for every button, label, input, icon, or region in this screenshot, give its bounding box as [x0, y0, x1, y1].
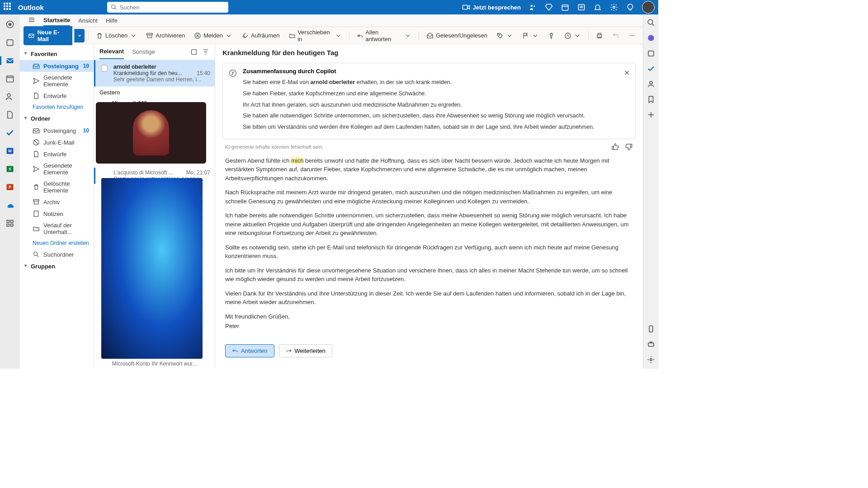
rail-day-icon[interactable]	[3, 35, 17, 50]
rail-powerpoint-icon[interactable]: P	[3, 180, 17, 194]
thumbs-down-icon[interactable]	[625, 143, 633, 151]
readunread-button[interactable]: Gelesen/Ungelesen	[423, 30, 491, 41]
new-mail-button[interactable]: Neue E-Mail	[24, 26, 72, 45]
calendar-day-icon[interactable]	[561, 3, 570, 12]
rail-files-icon[interactable]	[3, 108, 17, 122]
folder-inbox[interactable]: Posteingang10	[20, 60, 94, 72]
snooze-button[interactable]	[561, 30, 585, 41]
message-item-partial[interactable]: Microsoft-Konto Ihr Kennwort wur...	[94, 359, 215, 369]
close-icon[interactable]: ✕	[624, 69, 630, 77]
rail-word-icon[interactable]: W	[3, 144, 17, 158]
mail-icon	[28, 32, 35, 39]
tab-home[interactable]: Startseite	[43, 15, 70, 26]
rail-onedrive-icon[interactable]	[3, 198, 17, 212]
search-folders[interactable]: Suchordner	[20, 249, 94, 260]
pin-icon	[548, 32, 555, 39]
right-tasks-icon[interactable]	[646, 64, 656, 73]
print-button[interactable]	[592, 30, 607, 41]
left-app-rail: W X P	[0, 14, 20, 369]
folder-inbox-2[interactable]: Posteingang10	[20, 125, 94, 136]
section-favorites[interactable]: Favoriten	[20, 48, 94, 60]
svg-rect-14	[7, 58, 14, 63]
bell-icon[interactable]	[593, 3, 602, 12]
folder-drafts-2[interactable]: Entwürfe	[20, 148, 94, 160]
right-copilot-icon[interactable]	[646, 33, 656, 42]
svg-rect-13	[7, 40, 13, 46]
folder-deleted[interactable]: Gelöschte Elemente	[20, 178, 94, 196]
meet-now-button[interactable]: Jetzt besprechen	[462, 3, 521, 11]
flag-button[interactable]	[519, 30, 542, 41]
right-add-icon[interactable]	[646, 110, 656, 119]
section-groups[interactable]: Gruppen	[20, 260, 94, 272]
right-search-icon[interactable]	[646, 18, 656, 27]
folder-icon	[289, 32, 296, 39]
rail-people-icon[interactable]	[3, 89, 17, 104]
right-phone-icon[interactable]	[646, 324, 656, 333]
forward-button[interactable]: Weiterleiten	[279, 344, 332, 357]
section-folders[interactable]: Ordner	[20, 113, 94, 125]
right-calendar-icon[interactable]	[646, 49, 656, 58]
folder-drafts[interactable]: Entwürfe	[20, 90, 94, 102]
email-subject: Krankmeldung für den heutigen Tag	[219, 44, 639, 61]
select-all-icon[interactable]	[190, 48, 198, 56]
folder-sent[interactable]: Gesendete Elemente	[20, 72, 94, 90]
svg-point-44	[499, 34, 500, 35]
message-item[interactable]: arnold oberleiter Krankmeldung für den h…	[94, 60, 215, 87]
delete-button[interactable]: Löschen	[92, 30, 141, 41]
new-folder-link[interactable]: Neuen Ordner erstellen	[20, 238, 94, 249]
tab-other[interactable]: Sonstige	[132, 45, 155, 59]
diamond-icon[interactable]	[544, 3, 553, 12]
rail-mail-icon[interactable]	[3, 53, 17, 68]
right-tools-icon[interactable]	[646, 340, 656, 349]
lightbulb-icon[interactable]	[626, 3, 635, 12]
moveto-button[interactable]: Verschieben in	[285, 27, 345, 44]
sent-icon	[33, 77, 40, 84]
filter-icon[interactable]	[202, 48, 209, 56]
tab-help[interactable]: Hilfe	[106, 15, 118, 26]
right-bookmark-icon[interactable]	[646, 95, 656, 104]
news-icon[interactable]	[577, 3, 586, 12]
archive-button[interactable]: Archivieren	[142, 30, 189, 41]
folder-archive[interactable]: Archiv	[20, 196, 94, 208]
search-box[interactable]	[107, 2, 228, 13]
user-avatar[interactable]	[642, 1, 655, 14]
archive-icon	[146, 32, 153, 39]
new-mail-dropdown[interactable]	[74, 29, 85, 42]
sweep-button[interactable]: Aufräumen	[238, 30, 283, 41]
tag-button[interactable]	[493, 30, 517, 41]
svg-rect-46	[597, 35, 601, 37]
video-overlay[interactable]	[96, 102, 206, 164]
rail-todo-icon[interactable]	[3, 126, 17, 140]
svg-line-29	[652, 23, 654, 26]
search-input[interactable]	[120, 4, 225, 11]
thumbs-up-icon[interactable]	[611, 143, 619, 151]
svg-rect-5	[562, 5, 568, 10]
tab-focused[interactable]: Relevant	[99, 44, 124, 59]
checkbox-icon[interactable]	[101, 65, 108, 72]
folder-history[interactable]: Verlauf der Unterhalt...	[20, 220, 94, 238]
add-favorite-link[interactable]: Favoriten hinzufügen	[20, 102, 94, 113]
right-settings-icon[interactable]	[646, 355, 656, 364]
rail-home-icon[interactable]	[3, 17, 17, 32]
tab-view[interactable]: Ansicht	[78, 15, 98, 26]
more-button[interactable]	[625, 30, 639, 41]
undo-button[interactable]	[609, 30, 623, 41]
report-button[interactable]: Melden	[190, 30, 236, 41]
folder-junk[interactable]: Junk-E-Mail	[20, 136, 94, 148]
teams-icon[interactable]	[528, 3, 537, 12]
right-contacts-icon[interactable]	[646, 80, 656, 89]
hamburger-icon[interactable]	[28, 16, 35, 25]
svg-point-10	[613, 6, 615, 9]
reply-button[interactable]: Antworten	[225, 344, 274, 357]
folder-notes[interactable]: Notizen	[20, 208, 94, 220]
report-icon	[194, 32, 201, 39]
gear-icon[interactable]	[609, 3, 618, 12]
replyall-button[interactable]: Allen antworten	[353, 27, 415, 44]
rail-calendar-icon[interactable]	[3, 71, 17, 86]
folder-sent-2[interactable]: Gesendete Elemente	[20, 160, 94, 178]
rail-more-apps-icon[interactable]	[3, 216, 17, 230]
pin-button[interactable]	[544, 30, 559, 41]
rail-excel-icon[interactable]: X	[3, 162, 17, 176]
chevron-down-icon	[130, 32, 137, 39]
app-launcher-icon[interactable]	[4, 3, 13, 12]
